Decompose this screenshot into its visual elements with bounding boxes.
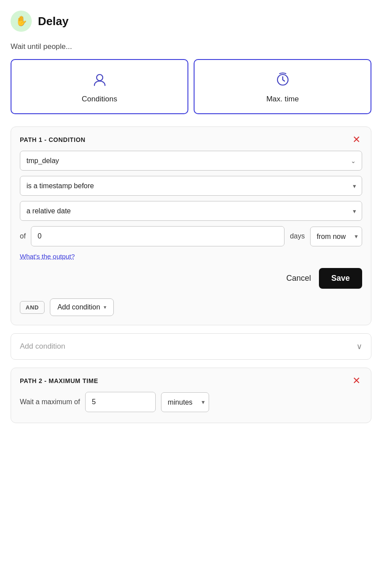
path2-close-button[interactable]: ✕ <box>351 376 362 386</box>
of-label: of <box>20 232 26 240</box>
date-value-row: of days from now ago ▾ <box>20 226 362 246</box>
path1-close-button[interactable]: ✕ <box>351 135 362 145</box>
svg-point-0 <box>97 74 103 81</box>
max-time-input[interactable] <box>85 392 156 412</box>
subtitle: Wait until people... <box>11 42 371 51</box>
operator-select-wrapper: is a timestamp before is a timestamp aft… <box>20 176 362 196</box>
path2-header: PATH 2 - MAXIMUM TIME ✕ <box>11 368 371 392</box>
add-condition-outer-label: Add condition <box>20 342 65 351</box>
clock-icon <box>275 72 290 90</box>
path1-body: tmp_delay ⌄ is a timestamp before is a t… <box>11 151 371 325</box>
save-button[interactable]: Save <box>319 268 362 289</box>
add-condition-outer[interactable]: Add condition ∨ <box>11 333 371 360</box>
add-condition-outer-arrow-icon: ∨ <box>356 342 362 351</box>
date-type-select[interactable]: a relative date a specific date <box>20 201 362 221</box>
tab-conditions[interactable]: Conditions <box>11 59 188 114</box>
action-row: Cancel Save <box>20 268 362 289</box>
add-condition-dropdown: Add condition ▾ <box>50 298 114 316</box>
header: ✋ Delay <box>11 11 371 32</box>
what-output-link[interactable]: What's the output? <box>20 253 75 260</box>
condition-footer: AND Add condition ▾ <box>20 297 362 316</box>
max-time-row: Wait a maximum of minutes hours days ▾ <box>20 392 362 412</box>
unit-select[interactable]: minutes hours days <box>161 392 209 412</box>
delay-icon: ✋ <box>11 11 32 32</box>
wait-label: Wait a maximum of <box>20 398 80 406</box>
path2-body: Wait a maximum of minutes hours days ▾ <box>11 392 371 423</box>
field-select[interactable]: tmp_delay <box>20 151 362 171</box>
path2-title: PATH 2 - MAXIMUM TIME <box>20 377 98 384</box>
add-condition-arrow-icon: ▾ <box>104 304 106 310</box>
path2-card: PATH 2 - MAXIMUM TIME ✕ Wait a maximum o… <box>11 368 371 423</box>
tab-conditions-label: Conditions <box>82 95 117 104</box>
days-value-input[interactable] <box>31 226 285 246</box>
add-condition-label: Add condition <box>57 303 100 311</box>
tab-row: Conditions Max. time <box>11 59 371 114</box>
path1-card: PATH 1 - CONDITION ✕ tmp_delay ⌄ is a ti… <box>11 127 371 325</box>
field-select-wrapper: tmp_delay ⌄ <box>20 151 362 171</box>
tab-max-time-label: Max. time <box>266 95 299 104</box>
path1-header: PATH 1 - CONDITION ✕ <box>11 127 371 151</box>
days-label: days <box>290 232 305 240</box>
and-badge: AND <box>20 301 45 314</box>
tab-max-time[interactable]: Max. time <box>194 59 371 114</box>
unit-select-wrapper: minutes hours days ▾ <box>161 392 209 412</box>
date-type-select-wrapper: a relative date a specific date ▾ <box>20 201 362 221</box>
add-condition-button[interactable]: Add condition ▾ <box>50 298 114 316</box>
operator-select[interactable]: is a timestamp before is a timestamp aft… <box>20 176 362 196</box>
page-title: Delay <box>38 15 68 28</box>
cancel-button[interactable]: Cancel <box>286 274 311 283</box>
from-now-select-wrapper: from now ago ▾ <box>310 227 362 246</box>
conditions-icon <box>92 72 107 90</box>
from-now-select[interactable]: from now ago <box>310 227 362 246</box>
path1-title: PATH 1 - CONDITION <box>20 136 86 143</box>
